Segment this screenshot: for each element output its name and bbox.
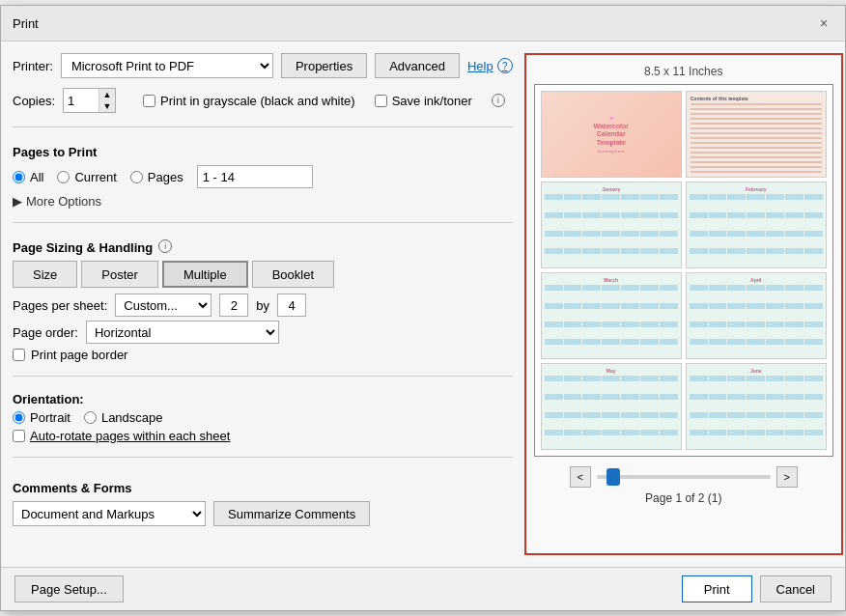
cal-cell [602,285,620,291]
auto-rotate-label: Auto-rotate pages within each sheet [30,429,230,443]
cal-cell [727,285,746,291]
cal-cell [602,212,620,218]
cal-cell [621,339,639,345]
cal-cell [804,248,823,254]
next-page-button[interactable]: > [776,466,798,488]
cal-cell [804,303,823,309]
cal-cell [804,212,823,218]
print-border-label: Print page border [31,348,127,362]
cal-cell [690,285,708,291]
slider-track[interactable] [597,475,771,479]
comments-select[interactable]: Document and Markups [13,501,206,526]
cal-cell [582,303,601,309]
preview-frame: 🌸 WatercolorCalendarTemplate by tracey-k… [534,84,833,457]
separator-4 [13,457,513,458]
page-setup-button[interactable]: Page Setup... [14,575,124,602]
cal-cell [660,194,678,200]
portrait-radio[interactable] [13,411,25,424]
pages-per-sheet-x[interactable] [219,294,248,317]
size-button[interactable]: Size [13,261,77,288]
pages-per-sheet-y[interactable] [277,294,306,317]
current-radio[interactable] [57,171,70,183]
grayscale-checkbox[interactable] [143,95,155,107]
copies-input[interactable] [64,89,99,112]
portrait-label: Portrait [30,410,70,425]
cal-cell [640,376,659,381]
print-border-checkbox[interactable] [13,349,25,361]
cal-cell [785,322,804,327]
cal-cell [602,194,620,200]
cal-cell [545,322,563,327]
grayscale-check-item: Print in grayscale (black and white) [143,94,355,108]
page-order-select[interactable]: Horizontal [86,321,279,344]
properties-button[interactable]: Properties [281,53,367,78]
cal-cell [709,212,727,218]
comments-forms-title: Comments & Forms [13,481,513,495]
cal-cell [785,194,804,200]
page-sizing-info-icon: i [158,239,172,253]
more-options-toggle[interactable]: ▶ More Options [13,194,513,209]
preview-thumb-cover-text: Contents of this template [686,91,827,178]
cal-cell [709,376,727,381]
cover-text-content: Contents of this template [687,92,826,177]
cal-cell [727,303,746,309]
pages-radio-group: All Current Pages [13,165,513,188]
preview-slider-row: < > [534,466,833,488]
save-ink-check-item: Save ink/toner [375,94,472,108]
cal-cell [582,285,601,291]
preview-panel: 8.5 x 11 Inches 🌸 WatercolorCalendarTemp… [524,53,843,555]
cal-cell [545,231,563,237]
printer-select[interactable]: Microsoft Print to PDF [61,53,273,78]
cal-cell [564,248,582,254]
all-radio-item: All [13,170,43,184]
april-grid [690,285,823,356]
cal-cell [602,394,620,400]
auto-rotate-checkbox[interactable] [13,430,25,442]
save-ink-checkbox[interactable] [375,95,387,107]
dialog-title: Print [13,16,39,31]
landscape-label: Landscape [101,410,163,425]
booklet-button[interactable]: Booklet [252,261,334,288]
cal-cell [690,339,708,345]
pages-to-print-title: Pages to Print [13,145,513,159]
feb-grid [690,194,823,266]
pages-per-sheet-select[interactable]: Custom... [115,294,212,317]
footer-right: Print Cancel [682,575,832,602]
pages-range-input[interactable] [197,165,313,188]
copies-decrement[interactable]: ▼ [99,100,115,112]
cal-cell [804,430,823,435]
cal-cell [785,430,804,435]
close-button[interactable]: × [814,14,833,33]
slider-thumb[interactable] [606,468,620,486]
cal-cell [747,303,765,309]
pages-radio[interactable] [130,171,143,183]
print-button[interactable]: Print [682,575,752,602]
poster-button[interactable]: Poster [81,261,158,288]
cal-cell [640,212,659,218]
cal-cell [621,285,639,291]
cal-cell [660,248,678,254]
cancel-button[interactable]: Cancel [760,575,832,602]
copies-increment[interactable]: ▲ [99,89,115,100]
cal-cell [621,248,639,254]
preview-size-label: 8.5 x 11 Inches [644,65,722,78]
cal-cell [582,231,601,237]
current-radio-item: Current [57,170,116,184]
preview-thumb-cover: 🌸 WatercolorCalendarTemplate by tracey-k… [541,91,682,178]
advanced-button[interactable]: Advanced [375,53,460,78]
cal-cell [564,339,582,345]
prev-page-button[interactable]: < [570,466,591,488]
landscape-radio[interactable] [84,411,97,424]
cal-cell [545,430,563,435]
page-sizing-section: Page Sizing & Handling i Size Poster Mul… [13,237,513,362]
orientation-section: Orientation: Portrait Landscape Auto-rot… [13,392,513,443]
auto-rotate-item: Auto-rotate pages within each sheet [13,429,513,443]
march-grid [545,285,678,356]
all-radio[interactable] [13,171,25,183]
save-ink-label: Save ink/toner [392,94,472,108]
summarize-button[interactable]: Summarize Comments [213,501,370,526]
multiple-button[interactable]: Multiple [162,261,248,288]
cal-cell [727,376,746,381]
cal-cell [621,194,639,200]
help-link[interactable]: Help ? [467,58,513,73]
